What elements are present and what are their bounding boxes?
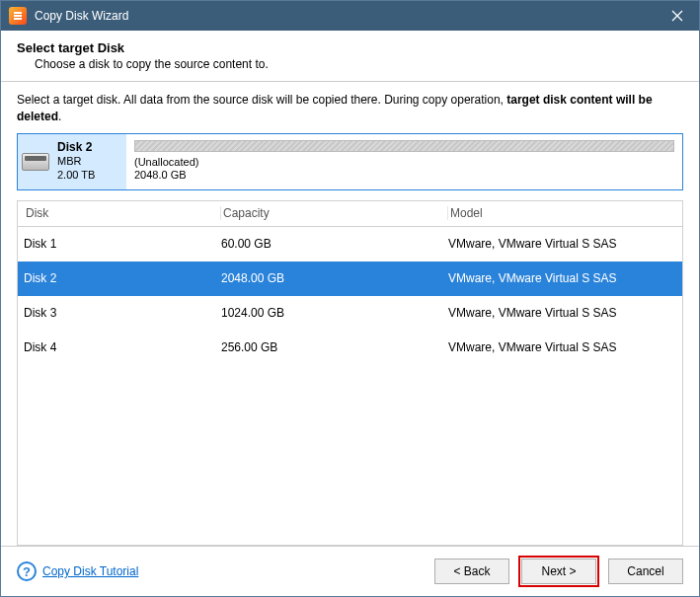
page-subtitle: Choose a disk to copy the source content… (35, 57, 683, 71)
disk-icon (22, 153, 49, 171)
help-icon[interactable]: ? (17, 561, 37, 581)
cell-capacity: 60.00 GB (221, 237, 448, 251)
close-button[interactable] (656, 1, 699, 31)
col-model[interactable]: Model (448, 206, 676, 220)
disk-preview-size: 2.00 TB (57, 169, 95, 183)
page-title: Select target Disk (17, 40, 683, 55)
disk-preview-scheme: MBR (57, 155, 95, 169)
cell-disk: Disk 2 (24, 271, 221, 285)
close-icon (671, 10, 683, 22)
back-button[interactable]: < Back (434, 559, 509, 584)
table-body: Disk 160.00 GBVMware, VMware Virtual S S… (18, 227, 682, 365)
disk-meta: Disk 2 MBR 2.00 TB (57, 140, 95, 183)
instruction-text: Select a target disk. All data from the … (17, 92, 683, 125)
table-header: Disk Capacity Model (18, 201, 682, 227)
disk-preview-layout: (Unallocated) 2048.0 GB (126, 134, 682, 189)
instruction-suffix: . (58, 110, 61, 123)
table-row[interactable]: Disk 22048.00 GBVMware, VMware Virtual S… (18, 261, 682, 296)
cancel-button[interactable]: Cancel (608, 559, 683, 584)
table-row[interactable]: Disk 4256.00 GBVMware, VMware Virtual S … (18, 331, 682, 365)
content-area: Select target Disk Choose a disk to copy… (1, 31, 699, 546)
disk-preview-panel: Disk 2 MBR 2.00 TB (Unallocated) 2048.0 … (17, 133, 683, 190)
cell-model: VMware, VMware Virtual S SAS (448, 340, 676, 354)
window-title: Copy Disk Wizard (35, 9, 656, 23)
cell-disk: Disk 3 (24, 306, 221, 320)
titlebar: Copy Disk Wizard (1, 1, 699, 31)
cell-capacity: 2048.00 GB (221, 271, 448, 285)
allocation-size: 2048.0 GB (134, 169, 674, 183)
cell-disk: Disk 4 (24, 340, 221, 354)
partition-bar (134, 140, 674, 152)
allocation-info: (Unallocated) 2048.0 GB (134, 156, 674, 184)
col-disk[interactable]: Disk (24, 206, 221, 220)
cell-capacity: 1024.00 GB (221, 306, 448, 320)
instruction-prefix: Select a target disk. All data from the … (17, 93, 506, 107)
disk-preview-info: Disk 2 MBR 2.00 TB (18, 134, 126, 189)
table-row[interactable]: Disk 160.00 GBVMware, VMware Virtual S S… (18, 227, 682, 261)
cell-disk: Disk 1 (24, 237, 221, 251)
divider (1, 81, 699, 82)
wizard-window: Copy Disk Wizard Select target Disk Choo… (0, 0, 700, 597)
app-icon (9, 7, 27, 25)
cell-capacity: 256.00 GB (221, 340, 448, 354)
allocation-label: (Unallocated) (134, 156, 674, 170)
col-capacity[interactable]: Capacity (221, 206, 448, 220)
table-row[interactable]: Disk 31024.00 GBVMware, VMware Virtual S… (18, 296, 682, 331)
cell-model: VMware, VMware Virtual S SAS (448, 306, 676, 320)
disk-table: Disk Capacity Model Disk 160.00 GBVMware… (17, 200, 683, 546)
cell-model: VMware, VMware Virtual S SAS (448, 271, 676, 285)
next-button[interactable]: Next > (521, 559, 596, 584)
footer: ? Copy Disk Tutorial < Back Next > Cance… (1, 546, 699, 596)
disk-preview-name: Disk 2 (57, 140, 95, 155)
cell-model: VMware, VMware Virtual S SAS (448, 237, 676, 251)
tutorial-link[interactable]: Copy Disk Tutorial (42, 564, 138, 578)
